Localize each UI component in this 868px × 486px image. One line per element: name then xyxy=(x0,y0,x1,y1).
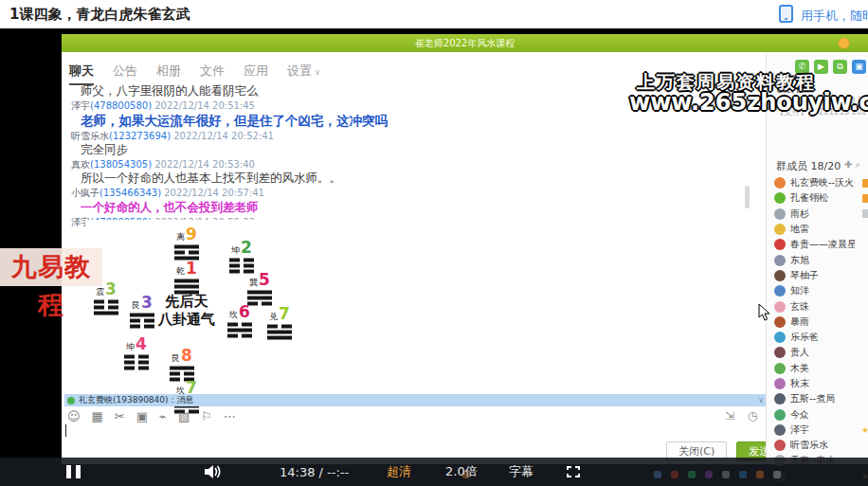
picture-icon[interactable]: ▧ xyxy=(178,409,190,423)
trigram-label-number: 乾1 xyxy=(174,261,199,278)
member-row[interactable]: 泽宇★ xyxy=(774,423,868,438)
trigram-name: 震 xyxy=(96,286,104,298)
member-row[interactable]: 琴柚子 xyxy=(774,268,868,283)
trigram-line xyxy=(227,323,252,327)
sender-name: 小疯子 xyxy=(71,188,99,198)
trigram-line xyxy=(247,297,272,300)
trigram-icon xyxy=(247,291,272,306)
chat-scrollbar[interactable] xyxy=(745,186,750,208)
member-row[interactable]: 听雪乐水 xyxy=(774,438,868,453)
member-row[interactable]: 地雷 xyxy=(774,222,868,237)
sender-id-link[interactable]: (138054305) xyxy=(90,159,152,170)
screenshot-scissors-icon[interactable]: ✂ xyxy=(115,409,125,423)
member-row[interactable]: 雨杉 xyxy=(774,207,868,222)
member-row[interactable]: 东旭 xyxy=(774,252,868,267)
trigram-name: 巽 xyxy=(249,277,258,289)
member-row[interactable]: 孔雀翎松 xyxy=(774,190,868,206)
member-name: 礼玄费映--沃火任人 xyxy=(790,176,855,189)
fullscreen-button[interactable] xyxy=(567,458,580,486)
smiley-icon[interactable]: ☺ xyxy=(67,409,81,423)
sender-id-link[interactable]: (135466343) xyxy=(99,188,161,198)
member-row[interactable]: 知洋 xyxy=(774,283,868,298)
bagua-trigram-group: 坤4 xyxy=(124,337,149,372)
avatar xyxy=(774,208,786,220)
time-display: 14:38 / --:-- xyxy=(280,458,349,486)
member-row[interactable]: 暴雨 xyxy=(774,315,868,330)
member-row[interactable]: 春贵——凌晨星仁 xyxy=(774,237,868,252)
apps-icon[interactable]: ▣ xyxy=(852,60,866,74)
subtitle-button[interactable]: 字幕 xyxy=(509,458,533,486)
video-frame[interactable]: 崔老师2022年风水课程 聊天公告相册文件应用设置 ∨ 师父，八字里很阴的人能看… xyxy=(0,28,868,486)
trigram-label-number: 艮3 xyxy=(130,296,154,312)
star-icon: ★ xyxy=(861,425,868,435)
trigram-number: 7 xyxy=(186,381,197,395)
screen-share-icon[interactable]: ⧉ xyxy=(833,60,847,74)
tray-ghost-icons xyxy=(654,471,781,478)
expand-icon[interactable]: ⇲ xyxy=(725,409,734,423)
online-status-icon xyxy=(67,397,75,405)
tab-应用[interactable]: 应用 xyxy=(244,63,268,85)
members-header: 群成员 18/20 ✚⌕ xyxy=(776,159,863,173)
video-call-icon[interactable]: ▶ xyxy=(814,60,828,74)
chat-message: 完全同步 xyxy=(81,143,734,156)
file-icon[interactable]: ▣ xyxy=(136,409,148,423)
tab-设置[interactable]: 设置 ∨ xyxy=(287,63,320,85)
megaphone-icon[interactable]: ⚐ xyxy=(201,409,212,423)
member-badge-icon xyxy=(862,179,868,188)
trigram-name: 兑 xyxy=(269,311,278,323)
tab-相册[interactable]: 相册 xyxy=(156,63,181,85)
sender-id-link[interactable]: (478800580) xyxy=(90,100,152,111)
trigram-line xyxy=(130,325,154,329)
trigram-line xyxy=(124,355,149,359)
member-row[interactable]: 五斯--煮局 xyxy=(774,391,868,406)
trigram-number: 7 xyxy=(279,307,290,321)
trigram-line xyxy=(174,279,199,283)
member-name: 玄珠 xyxy=(790,300,809,314)
more-icon[interactable]: ⋯ xyxy=(224,409,236,423)
sender-id-link[interactable]: (123273694) xyxy=(109,131,171,141)
member-row[interactable]: 玄珠 xyxy=(774,298,868,314)
volume-button[interactable] xyxy=(204,458,223,486)
trigram-icon xyxy=(227,323,252,338)
member-name: 泽宇 xyxy=(790,423,809,437)
phone-icon xyxy=(779,5,793,23)
tab-文件[interactable]: 文件 xyxy=(200,63,225,85)
trigram-line xyxy=(130,319,154,323)
member-row[interactable]: 贵人 xyxy=(774,345,868,360)
trigram-line xyxy=(229,264,254,268)
page-title: 1课四象，青龙白虎朱雀玄武 xyxy=(9,6,190,24)
avatar xyxy=(774,363,786,374)
history-clock-icon[interactable]: ◷ xyxy=(748,409,757,423)
tab-聊天[interactable]: 聊天 xyxy=(69,63,94,85)
trigram-line xyxy=(94,306,118,310)
member-row[interactable]: 木美 xyxy=(774,361,868,376)
avatar xyxy=(774,347,786,358)
shake-icon[interactable]: ⌁ xyxy=(159,409,167,423)
member-row[interactable]: 乐乐爸 xyxy=(774,330,868,345)
message-timestamp: 2022/12/14 20:51:45 xyxy=(152,100,255,111)
avatar xyxy=(774,378,786,389)
member-row[interactable]: 今众 xyxy=(774,406,868,422)
trigram-number: 3 xyxy=(105,282,117,297)
image-icon[interactable]: ▦ xyxy=(92,409,103,423)
speed-button[interactable]: 2.0倍 xyxy=(445,458,478,486)
trigram-number: 4 xyxy=(136,337,147,351)
trigram-line xyxy=(174,285,199,289)
trigram-icon xyxy=(229,259,254,274)
fullscreen-icon xyxy=(567,466,580,477)
mouse-cursor xyxy=(758,303,770,321)
member-name: 贵人 xyxy=(790,346,809,359)
selected-message-bar[interactable]: 礼玄费映(193890840)：消息 ∨ xyxy=(64,394,768,406)
pause-button[interactable] xyxy=(66,458,81,486)
quality-button[interactable]: 超清 xyxy=(387,458,411,486)
member-row[interactable]: 秋末 xyxy=(774,376,868,391)
mobile-hint-link[interactable]: 用手机，随时 xyxy=(801,8,868,25)
tab-公告[interactable]: 公告 xyxy=(113,63,137,85)
add-member-and-search-icons[interactable]: ✚⌕ xyxy=(844,159,863,173)
member-name: 知洋 xyxy=(790,284,809,297)
trigram-line xyxy=(174,245,199,249)
trigram-icon xyxy=(94,300,118,315)
member-row[interactable]: 礼玄费映--沃火任人 xyxy=(774,175,868,190)
input-extra-icons: ⇲◷ xyxy=(725,409,758,423)
sender-name: 真欢 xyxy=(71,159,90,170)
